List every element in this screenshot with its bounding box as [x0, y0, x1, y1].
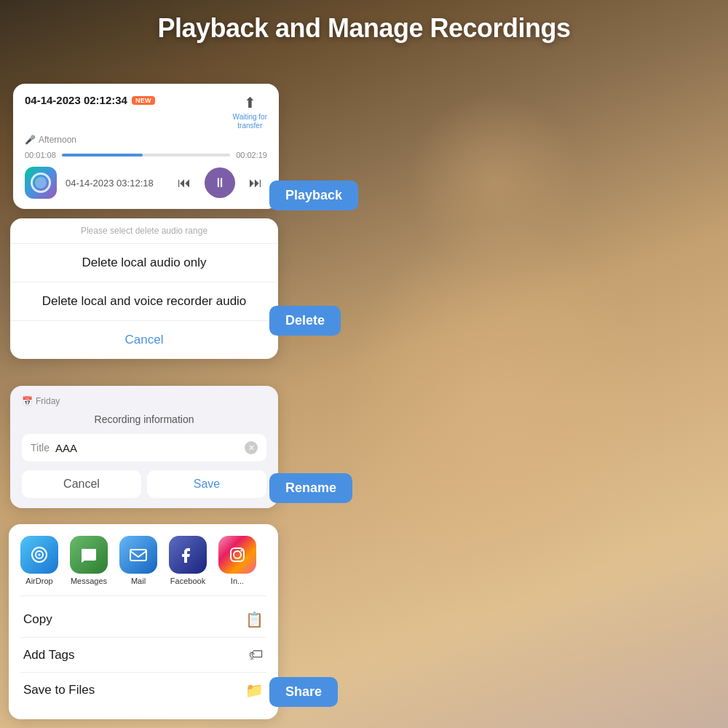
svg-point-5	[234, 551, 241, 558]
playback-card-header: 04-14-2023 02:12:34 NEW ⬆ Waiting fortra…	[25, 94, 267, 130]
friday-label: 📅 Friday	[22, 396, 266, 406]
rename-card: 📅 Friday Recording information Title AAA…	[10, 386, 278, 508]
playback-label: Playback	[269, 181, 358, 210]
date-text: 04-14-2023 02:12:34	[25, 94, 127, 106]
copy-text: Copy	[23, 612, 52, 627]
playback-card: 04-14-2023 02:12:34 NEW ⬆ Waiting fortra…	[13, 84, 279, 209]
progress-bar[interactable]	[62, 154, 230, 157]
share-app-airdrop[interactable]: AirDrop	[20, 536, 58, 585]
tags-icon: 🏷	[249, 646, 264, 663]
share-divider	[20, 596, 266, 596]
pause-button[interactable]: ⏸	[205, 167, 235, 198]
recording-info-title: Recording information	[22, 414, 266, 425]
mail-label: Mail	[131, 577, 146, 585]
transfer-text: Waiting fortransfer	[233, 113, 267, 130]
svg-point-6	[241, 550, 243, 552]
transfer-button[interactable]: ⬆ Waiting fortransfer	[233, 94, 267, 130]
progress-row: 00:01:08 00:02:19	[25, 151, 267, 159]
airdrop-label: AirDrop	[25, 577, 52, 585]
delete-option-both[interactable]: Delete local and voice recorder audio	[10, 282, 278, 321]
time-total: 00:02:19	[236, 151, 267, 159]
share-app-mail[interactable]: Mail	[119, 536, 157, 585]
mic-icon: 🎤	[25, 135, 36, 145]
page-title: Playback and Manage Recordings	[0, 13, 728, 44]
svg-rect-3	[130, 550, 146, 561]
share-option-copy[interactable]: Copy 📋	[20, 602, 266, 638]
svg-point-2	[39, 554, 41, 556]
share-option-files[interactable]: Save to Files 📁	[20, 673, 266, 708]
clear-title-button[interactable]: ✕	[245, 441, 258, 454]
instagram-label: In...	[231, 577, 244, 585]
messages-icon	[70, 536, 108, 574]
facebook-label: Facebook	[170, 577, 205, 585]
prev-button[interactable]: ⏮	[173, 171, 196, 194]
playback-controls: 04-14-2023 03:12:18 ⏮ ⏸ ⏭	[25, 167, 267, 199]
share-app-messages[interactable]: Messages	[70, 536, 108, 585]
instagram-icon	[218, 536, 256, 574]
share-card: AirDrop Messages Mail	[9, 524, 278, 719]
app-logo	[25, 167, 57, 199]
rename-label: Rename	[269, 473, 352, 503]
afternoon-text: Afternoon	[39, 135, 76, 145]
tags-text: Add Tags	[23, 648, 75, 662]
next-button[interactable]: ⏭	[244, 171, 267, 194]
rename-cancel-button[interactable]: Cancel	[22, 470, 141, 498]
secondary-date: 04-14-2023 03:12:18	[66, 178, 164, 189]
title-label: Title	[31, 442, 50, 454]
delete-label: Delete	[269, 306, 341, 336]
delete-hint: Please select delete audio range	[10, 218, 278, 244]
delete-cancel-button[interactable]: Cancel	[10, 321, 278, 359]
share-apps-row: AirDrop Messages Mail	[20, 536, 266, 585]
delete-option-local[interactable]: Delete local audio only	[10, 244, 278, 282]
messages-label: Messages	[71, 577, 107, 585]
friday-icon: 📅	[22, 396, 33, 406]
rename-save-button[interactable]: Save	[147, 470, 266, 498]
app-logo-inner	[31, 173, 51, 193]
title-input-row: Title AAA ✕	[22, 434, 266, 462]
delete-card: Please select delete audio range Delete …	[10, 218, 278, 359]
files-icon: 📁	[245, 681, 264, 699]
share-option-tags[interactable]: Add Tags 🏷	[20, 638, 266, 673]
share-app-instagram[interactable]: In...	[218, 536, 256, 585]
airdrop-icon	[20, 536, 58, 574]
afternoon-label: 🎤 Afternoon	[25, 135, 267, 145]
share-label: Share	[269, 677, 338, 707]
transfer-icon: ⬆	[244, 94, 256, 111]
title-value[interactable]: AAA	[55, 442, 239, 454]
facebook-icon	[169, 536, 207, 574]
progress-fill	[62, 154, 143, 157]
new-badge: NEW	[132, 96, 155, 105]
time-elapsed: 00:01:08	[25, 151, 56, 159]
rename-actions: Cancel Save	[22, 470, 266, 498]
files-text: Save to Files	[23, 683, 95, 697]
mail-icon	[119, 536, 157, 574]
share-app-facebook[interactable]: Facebook	[169, 536, 207, 585]
friday-text: Friday	[36, 396, 60, 406]
recording-date: 04-14-2023 02:12:34 NEW	[25, 94, 155, 106]
copy-icon: 📋	[245, 611, 264, 628]
